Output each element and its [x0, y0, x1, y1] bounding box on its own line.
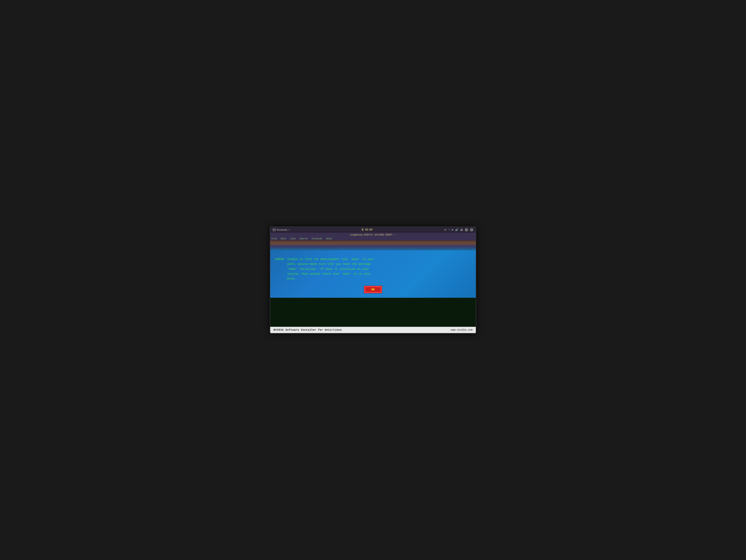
screen-glare: [270, 241, 476, 250]
os-lang-dropdown-icon[interactable]: ▾: [449, 229, 450, 231]
nvidia-bar: NVIDIA Software Installer for Unix/Linux…: [270, 327, 476, 333]
volume-icon[interactable]: 🔊: [455, 228, 458, 231]
ok-button[interactable]: OK: [364, 286, 382, 293]
screen-wrapper: ▬ Terminal ▾ 五 02:04 zh ▾ ⊞ 🔊 ⏻ − × song…: [270, 227, 476, 334]
menu-terminal[interactable]: Terminal: [312, 237, 322, 240]
terminal-hostname: song@song-SIMATIC-IPC3000-SMART: ~: [270, 233, 476, 237]
menu-view[interactable]: View: [290, 237, 295, 240]
menu-search[interactable]: Search: [299, 237, 308, 240]
terminal-menubar: File Edit View Search Terminal Help: [270, 237, 476, 241]
menu-file[interactable]: File: [271, 237, 277, 240]
os-datetime: 五 02:04: [362, 228, 373, 231]
os-topbar-right: zh ▾ ⊞ 🔊 ⏻ − ×: [444, 228, 473, 232]
menu-edit[interactable]: Edit: [281, 237, 286, 240]
os-lang[interactable]: zh: [444, 229, 447, 231]
error-message: ERROR: Unable to find the development to…: [275, 257, 471, 282]
os-app-label[interactable]: Terminal: [277, 229, 287, 231]
os-topbar-left: ▬ Terminal ▾: [273, 229, 290, 231]
nvidia-bar-right: www.nvidia.com: [451, 328, 472, 331]
terminal-app-icon: ▬: [273, 229, 276, 231]
terminal-window: song@song-SIMATIC-IPC3000-SMART: ~ File …: [270, 233, 476, 327]
network-icon: ⊞: [452, 228, 453, 231]
power-icon[interactable]: ⏻: [460, 228, 463, 231]
nvidia-bar-left: NVIDIA Software Installer for Unix/Linux: [274, 328, 342, 331]
os-topbar: ▬ Terminal ▾ 五 02:04 zh ▾ ⊞ 🔊 ⏻ − ×: [270, 227, 476, 233]
menu-help[interactable]: Help: [326, 237, 332, 240]
window-min-icon[interactable]: −: [465, 228, 468, 232]
nvidia-installer-dialog: ERROR: Unable to find the development to…: [270, 250, 476, 298]
app-dropdown-icon[interactable]: ▾: [288, 229, 290, 231]
dark-terminal-area: [270, 298, 476, 327]
ok-button-container: OK: [275, 286, 471, 293]
window-close-icon[interactable]: ×: [470, 228, 473, 232]
